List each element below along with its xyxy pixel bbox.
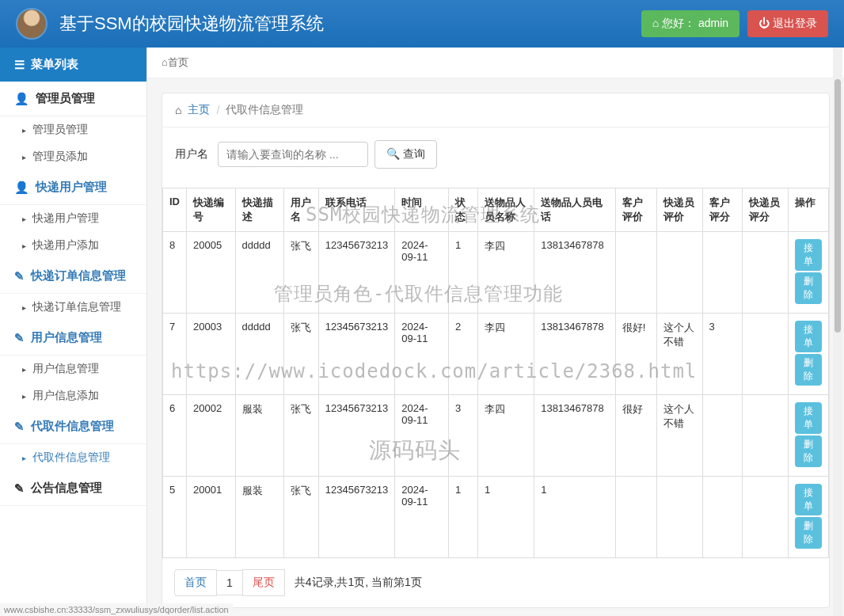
table-cell: 2024-09-11 [395,232,449,314]
table-cell: 很好 [615,395,656,477]
power-icon: ⏻ [758,17,773,29]
table-cell: 1 [477,477,534,558]
table-header-row: ID快递编号快递描述用户名联系电话时间状态送物品人员名称送物品人员电话客户评价快… [163,188,829,232]
table-cell: 张飞 [284,477,319,558]
search-label: 用户名 [175,147,208,162]
topbar: 基于SSM的校园快递物流管理系统 ⌂ 您好： admin ⏻ 退出登录 [0,0,844,48]
table-cell: 13813467878 [534,395,616,477]
table-header-cell: 快递描述 [235,188,284,232]
edit-icon: ✎ [14,481,25,496]
table-cell: 6 [163,395,187,477]
action-cell: 接单删除 [788,477,828,558]
table-header-cell: 快递编号 [187,188,236,232]
sidebar-item-user-info-add[interactable]: ▸用户信息添加 [0,382,146,409]
accept-button[interactable]: 接单 [795,484,822,515]
table-header-cell: 操作 [788,188,828,232]
table-row: 720003ddddd张飞123456732132024-09-112李四138… [163,314,829,395]
sidebar-item-express-user-add[interactable]: ▸快递用户添加 [0,232,146,259]
table-cell: 20002 [187,395,236,477]
table-cell [702,395,743,477]
home-icon: ⌂ [175,104,181,116]
data-table: ID快递编号快递描述用户名联系电话时间状态送物品人员名称送物品人员电话客户评价快… [162,188,829,558]
table-cell: 很好! [615,314,656,395]
sidebar-item-admin-add[interactable]: ▸管理员添加 [0,143,146,170]
table-cell: 1 [534,477,616,558]
table-header-cell: 时间 [395,188,449,232]
app-title: 基于SSM的校园快递物流管理系统 [59,12,633,36]
table-cell [743,477,788,558]
table-cell [657,232,702,314]
table-cell: 李四 [477,395,534,477]
action-cell: 接单删除 [788,314,828,395]
user-icon: 👤 [14,181,29,195]
table-cell: 张飞 [284,395,319,477]
table-cell: 2024-09-11 [395,314,449,395]
edit-icon: ✎ [14,420,25,434]
sidebar-section-express-user[interactable]: 👤 快递用户管理 [0,170,146,205]
breadcrumb-top: ⌂首页 [147,48,844,78]
search-input[interactable] [218,142,368,167]
table-row: 820005ddddd张飞123456732132024-09-111李四138… [163,232,829,314]
sidebar: ☰ 菜单列表 👤 管理员管理 ▸管理员管理 ▸管理员添加 👤 快递用户管理 ▸快… [0,48,147,616]
table-cell: 张飞 [284,232,319,314]
table-cell: 7 [163,314,187,395]
user-icon: 👤 [14,92,29,106]
menu-header: ☰ 菜单列表 [0,48,146,82]
table-cell: 3 [702,314,743,395]
sidebar-item-admin-manage[interactable]: ▸管理员管理 [0,116,146,143]
search-button[interactable]: 🔍 查询 [374,140,437,169]
table-cell: 20005 [187,232,236,314]
delete-button[interactable]: 删除 [795,272,822,304]
logout-button[interactable]: ⏻ 退出登录 [747,10,828,37]
table-row: 620002服装张飞123456732132024-09-113李四138134… [163,395,829,477]
sidebar-section-order[interactable]: ✎ 快递订单信息管理 [0,259,146,294]
sidebar-section-notice[interactable]: ✎ 公告信息管理 [0,471,146,506]
page-last[interactable]: 尾页 [242,569,285,596]
table-cell: 2 [449,314,478,395]
delete-button[interactable]: 删除 [795,517,822,549]
table-cell: 服装 [235,477,284,558]
breadcrumb-home-link[interactable]: 主页 [188,103,210,117]
table-cell [702,477,743,558]
table-cell: 13813467878 [534,232,616,314]
table-header-cell: ID [163,188,187,232]
table-cell: 张飞 [284,314,319,395]
table-cell: 2024-09-11 [395,477,449,558]
accept-button[interactable]: 接单 [795,321,822,352]
accept-button[interactable]: 接单 [795,239,822,271]
table-row: 520001服装张飞123456732132024-09-11111接单删除 [163,477,829,558]
table-header-cell: 送物品人员名称 [477,188,534,232]
edit-icon: ✎ [14,269,25,283]
table-cell [743,314,788,395]
table-cell: 12345673213 [318,232,395,314]
search-icon: 🔍 [386,147,403,160]
scroll-thumb[interactable] [834,79,841,333]
accept-button[interactable]: 接单 [795,402,822,434]
sidebar-item-pickup-manage[interactable]: ▸代取件信息管理 [0,444,146,471]
table-cell: 1 [449,232,478,314]
sidebar-section-pickup[interactable]: ✎ 代取件信息管理 [0,409,146,444]
table-header-cell: 客户评分 [702,188,743,232]
sidebar-item-order-manage[interactable]: ▸快递订单信息管理 [0,294,146,321]
pagination: 首页 1 尾页 共4记录,共1页, 当前第1页 [162,558,829,607]
delete-button[interactable]: 删除 [795,435,822,467]
table-cell: 13813467878 [534,314,616,395]
sidebar-item-express-user-manage[interactable]: ▸快递用户管理 [0,205,146,232]
sidebar-section-admin[interactable]: 👤 管理员管理 [0,82,146,116]
page-first[interactable]: 首页 [174,569,217,596]
breadcrumb-current: 代取件信息管理 [226,103,303,117]
page-current[interactable]: 1 [216,570,243,595]
action-cell: 接单删除 [788,232,828,314]
table-header-cell: 快递员评分 [743,188,788,232]
home-icon: ⌂ [162,56,168,68]
sidebar-section-user-info[interactable]: ✎ 用户信息管理 [0,321,146,356]
table-cell: 李四 [477,314,534,395]
delete-button[interactable]: 删除 [795,354,822,386]
scrollbar[interactable] [833,48,842,616]
table-cell: 服装 [235,395,284,477]
action-cell: 接单删除 [788,395,828,477]
greeting-button[interactable]: ⌂ 您好： admin [641,10,739,37]
sidebar-item-user-info-manage[interactable]: ▸用户信息管理 [0,356,146,382]
table-header-cell: 联系电话 [318,188,395,232]
table-body: 820005ddddd张飞123456732132024-09-111李四138… [163,232,829,558]
